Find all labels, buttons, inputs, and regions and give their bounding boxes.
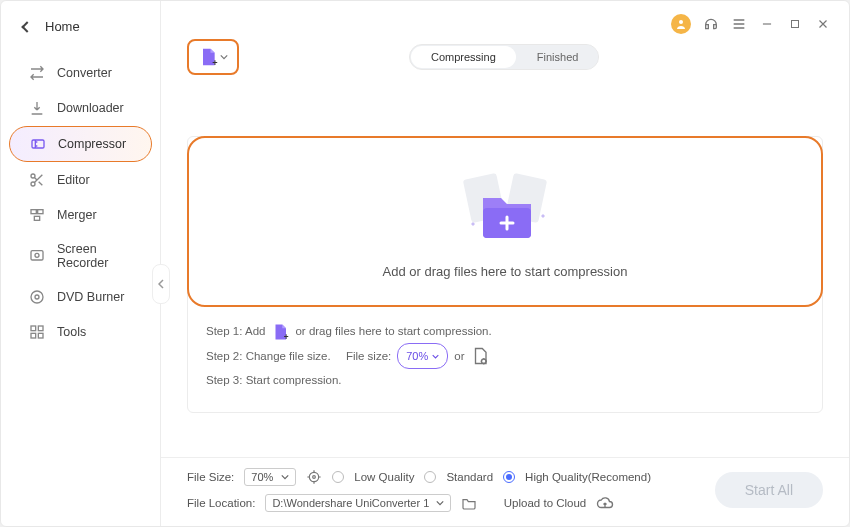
chevron-down-icon [220, 53, 228, 61]
chevron-down-icon [432, 353, 439, 360]
svg-point-2 [31, 182, 35, 186]
step-3: Step 3: Start compression. [206, 369, 804, 392]
folder-illustration [445, 160, 565, 250]
steps-help: Step 1: Add + or drag files here to star… [188, 306, 822, 412]
sidebar-item-screen-recorder[interactable]: Screen Recorder [9, 233, 152, 279]
footer: File Size: 70% Low Quality Standard High… [161, 457, 849, 526]
step-1: Step 1: Add + or drag files here to star… [206, 320, 804, 343]
location-value: D:\Wondershare UniConverter 1 [272, 497, 429, 509]
toolbar: + Compressing Finished [161, 29, 849, 81]
filesize-label: File Size: [187, 471, 234, 483]
disc-icon [29, 289, 45, 305]
step1-label-b: or drag files here to start compression. [295, 320, 491, 343]
svg-point-22 [310, 472, 319, 481]
quality-low-radio[interactable] [332, 471, 344, 483]
sidebar-item-downloader[interactable]: Downloader [9, 91, 152, 125]
tab-finished[interactable]: Finished [517, 45, 599, 69]
location-select[interactable]: D:\Wondershare UniConverter 1 [265, 494, 451, 512]
footer-location-row: File Location: D:\Wondershare UniConvert… [187, 494, 715, 512]
svg-rect-11 [38, 326, 43, 331]
sidebar-item-editor[interactable]: Editor [9, 163, 152, 197]
sidebar-item-merger[interactable]: Merger [9, 198, 152, 232]
download-icon [29, 100, 45, 116]
svg-rect-0 [32, 140, 44, 148]
chevron-down-icon [281, 473, 289, 481]
scissors-icon [29, 172, 45, 188]
add-file-button[interactable]: + [187, 39, 239, 75]
footer-size-row: File Size: 70% Low Quality Standard High… [187, 468, 715, 486]
quality-high-radio[interactable] [503, 471, 515, 483]
sidebar-list: Converter Downloader Compressor Editor M… [1, 56, 160, 349]
filesize-select[interactable]: 70% [244, 468, 296, 486]
svg-rect-6 [31, 251, 43, 260]
svg-rect-15 [792, 21, 799, 28]
chevron-left-icon [21, 21, 32, 32]
svg-rect-5 [34, 216, 39, 220]
quality-standard-label: Standard [446, 471, 493, 483]
screen-recorder-icon [29, 248, 45, 264]
svg-point-14 [679, 20, 683, 24]
step2-label-b: File size: [346, 345, 391, 368]
svg-point-23 [313, 476, 316, 479]
sidebar-item-label: Tools [57, 325, 86, 339]
sidebar-item-tools[interactable]: Tools [9, 315, 152, 349]
dropzone-text: Add or drag files here to start compress… [207, 264, 803, 279]
svg-text:+: + [284, 333, 289, 341]
svg-point-9 [35, 295, 39, 299]
folder-open-icon[interactable] [461, 495, 477, 511]
compression-card: Add or drag files here to start compress… [187, 136, 823, 413]
quality-low-label: Low Quality [354, 471, 414, 483]
quality-standard-radio[interactable] [424, 471, 436, 483]
step1-label-a: Step 1: Add [206, 320, 265, 343]
location-label: File Location: [187, 497, 255, 509]
chevron-down-icon [436, 499, 444, 507]
merger-icon [29, 207, 45, 223]
file-settings-icon [471, 347, 489, 365]
app-window: Home Converter Downloader Compressor Edi… [0, 0, 850, 527]
sidebar-item-converter[interactable]: Converter [9, 56, 152, 90]
sidebar-item-label: Downloader [57, 101, 124, 115]
step2-or: or [454, 345, 464, 368]
svg-rect-12 [31, 333, 36, 338]
svg-rect-10 [31, 326, 36, 331]
sidebar-item-label: Merger [57, 208, 97, 222]
filesize-value: 70% [251, 471, 273, 483]
cloud-upload-icon[interactable] [596, 494, 614, 512]
sidebar-item-label: DVD Burner [57, 290, 124, 304]
svg-rect-4 [38, 210, 43, 214]
svg-point-21 [481, 359, 486, 364]
pill-value: 70% [406, 345, 428, 367]
svg-point-7 [35, 253, 39, 257]
sidebar-item-dvd-burner[interactable]: DVD Burner [9, 280, 152, 314]
home-label: Home [45, 19, 80, 34]
status-tabs: Compressing Finished [409, 44, 599, 70]
quality-high-label: High Quality(Recomend) [525, 471, 651, 483]
converter-icon [29, 65, 45, 81]
sidebar-item-label: Editor [57, 173, 90, 187]
compressor-icon [30, 136, 46, 152]
svg-point-1 [31, 174, 35, 178]
sidebar-item-compressor[interactable]: Compressor [9, 126, 152, 162]
file-add-icon: + [271, 323, 289, 341]
sidebar-item-label: Converter [57, 66, 112, 80]
svg-text:+: + [212, 58, 217, 67]
target-settings-icon[interactable] [306, 469, 322, 485]
content-area: Add or drag files here to start compress… [161, 81, 849, 457]
sidebar-item-label: Screen Recorder [57, 242, 132, 270]
file-add-icon: + [198, 47, 218, 67]
svg-rect-3 [31, 210, 36, 214]
grid-icon [29, 324, 45, 340]
filesize-pill[interactable]: 70% [397, 343, 448, 369]
step-2: Step 2: Change file size. File size: 70%… [206, 343, 804, 369]
upload-cloud-label: Upload to Cloud [504, 497, 586, 509]
step3-label: Step 3: Start compression. [206, 369, 342, 392]
step2-label-a: Step 2: Change file size. [206, 345, 331, 368]
main-panel: + Compressing Finished [161, 1, 849, 526]
sidebar: Home Converter Downloader Compressor Edi… [1, 1, 161, 526]
sidebar-item-label: Compressor [58, 137, 126, 151]
file-dropzone[interactable]: Add or drag files here to start compress… [187, 136, 823, 307]
tab-compressing[interactable]: Compressing [411, 46, 516, 68]
back-home[interactable]: Home [1, 19, 160, 50]
svg-point-8 [31, 291, 43, 303]
start-all-button[interactable]: Start All [715, 472, 823, 508]
